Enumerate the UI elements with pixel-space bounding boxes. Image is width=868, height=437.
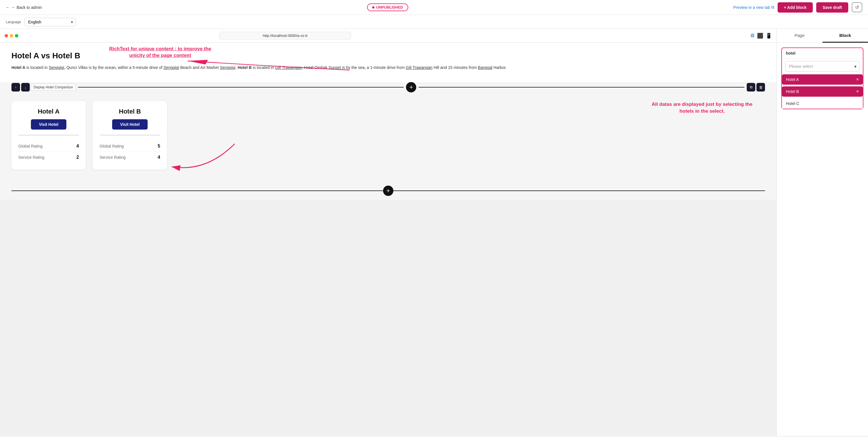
back-arrow-icon: ← — [6, 5, 10, 10]
bottom-line-left — [11, 190, 383, 191]
bottom-add-circle[interactable]: + — [383, 186, 393, 196]
top-bar: ← ← Back to admin UNPUBLISHED Preview in… — [0, 0, 868, 15]
top-center: UNPUBLISHED — [367, 3, 408, 11]
back-to-admin-link[interactable]: ← ← Back to admin — [6, 5, 42, 10]
browser-dot-green — [15, 34, 18, 37]
delete-block-button[interactable]: 🗑 — [756, 83, 765, 92]
tablet-view-icon[interactable]: ⬛ — [757, 33, 763, 39]
service-rating-value-a: 2 — [76, 155, 79, 160]
browser-dot-yellow — [10, 34, 13, 37]
hotel-dropdown-panel: hotel Please select ▾ Hotel A × — [781, 48, 863, 109]
page-description: Hotel A is located in Senggigi, Qunci Vi… — [11, 64, 765, 71]
desktop-view-icon[interactable]: 🖥 — [749, 33, 755, 39]
add-block-button[interactable]: + Add block — [778, 2, 813, 12]
move-down-button[interactable]: ↓ — [21, 83, 30, 92]
preview-link[interactable]: Preview in a new tab ⧉ — [733, 5, 774, 10]
top-right: Preview in a new tab ⧉ + Add block Save … — [733, 2, 862, 12]
language-bar: Language English — [0, 15, 868, 29]
global-rating-value-b: 5 — [158, 144, 160, 149]
visit-hotel-a-button[interactable]: Visit Hotel — [31, 119, 66, 130]
url-bar: http://localhost:3000/a-vs-b — [219, 32, 351, 39]
hotel-tag-a-label: Hotel A — [786, 77, 799, 82]
service-rating-value-b: 4 — [158, 155, 160, 160]
hotel-select[interactable]: Please select — [785, 61, 860, 72]
global-rating-label-b: Global Rating — [99, 144, 124, 149]
block-divider-top: ↑ ↓ Display Hotel Comparison + ⧉ 🗑 — [0, 82, 776, 92]
remove-hotel-a-button[interactable]: × — [856, 77, 859, 82]
global-rating-label-a: Global Rating — [18, 144, 43, 149]
bottom-divider: + — [0, 181, 776, 200]
block-type-label: Display Hotel Comparison — [31, 84, 76, 91]
divider-line-left — [78, 87, 404, 88]
history-button[interactable]: ↺ — [852, 2, 862, 12]
mobile-view-icon[interactable]: 📱 — [766, 33, 772, 39]
block-panel-content: hotel Please select ▾ Hotel A × — [777, 43, 868, 114]
status-text: UNPUBLISHED — [376, 5, 403, 9]
card-divider-b — [99, 135, 160, 135]
hotel-b-global-rating-row: Global Rating 5 — [99, 141, 160, 152]
service-rating-label-a: Service Rating — [18, 155, 44, 160]
visit-hotel-b-button[interactable]: Visit Hotel — [112, 119, 148, 130]
hotel-select-container[interactable]: Please select ▾ — [785, 61, 860, 72]
move-up-button[interactable]: ↑ — [11, 83, 20, 92]
hotel-b-service-rating-row: Service Rating 4 — [99, 152, 160, 163]
language-selector[interactable]: English — [24, 18, 76, 26]
hotel-tag-b-label: Hotel B — [786, 89, 799, 94]
hotel-card-a: Hotel A Visit Hotel Global Rating 4 Serv… — [11, 101, 86, 169]
hotel-a-global-rating-row: Global Rating 4 — [18, 141, 79, 152]
remove-hotel-b-button[interactable]: × — [856, 89, 859, 94]
panel-tabs: Page Block — [777, 29, 868, 43]
hotel-a-service-rating-row: Service Rating 2 — [18, 152, 79, 163]
hotel-select-wrapper: Please select ▾ — [782, 59, 863, 74]
browser-dots — [5, 34, 18, 37]
annotation-container: Hotel A vs Hotel B Hotel A is located in… — [0, 42, 776, 200]
service-rating-label-b: Service Rating — [99, 155, 126, 160]
add-block-circle[interactable]: + — [406, 82, 416, 92]
right-panel: Page Block hotel Please select ▾ — [776, 29, 868, 436]
content-area: http://localhost:3000/a-vs-b 🖥 ⬛ 📱 Hotel… — [0, 29, 776, 436]
browser-chrome: http://localhost:3000/a-vs-b 🖥 ⬛ 📱 — [0, 29, 776, 42]
hotel-field-label: hotel — [782, 48, 863, 59]
hotel-comparison-block: Hotel A Visit Hotel Global Rating 4 Serv… — [0, 92, 776, 181]
bottom-line-right — [393, 190, 765, 191]
back-label: ← Back to admin — [11, 5, 42, 10]
copy-block-button[interactable]: ⧉ — [747, 83, 755, 92]
browser-dot-red — [5, 34, 8, 37]
annotation-richtext: RichText for unique content : to improve… — [103, 45, 217, 59]
block-controls-left: ↑ ↓ Display Hotel Comparison — [11, 83, 76, 92]
main-layout: http://localhost:3000/a-vs-b 🖥 ⬛ 📱 Hotel… — [0, 29, 868, 436]
status-dot — [372, 6, 374, 8]
preview-label: Preview in a new tab — [733, 5, 770, 10]
tab-page[interactable]: Page — [777, 29, 823, 42]
card-divider-a — [18, 135, 79, 135]
divider-line-right — [418, 87, 744, 88]
block-controls-right: ⧉ 🗑 — [747, 83, 765, 92]
hotel-b-name: Hotel B — [99, 108, 160, 115]
annotation-datas: All datas are displayed just by selectin… — [651, 101, 753, 115]
save-draft-button[interactable]: Save draft — [816, 2, 848, 12]
language-label: Language — [6, 20, 21, 24]
view-icons: 🖥 ⬛ 📱 — [749, 33, 772, 39]
hotel-tag-b: Hotel B × — [782, 86, 863, 97]
global-rating-value-a: 4 — [76, 144, 79, 149]
language-select[interactable]: English — [24, 18, 76, 26]
hotel-option-c[interactable]: Hotel C — [782, 98, 863, 109]
hotel-tag-a: Hotel A × — [782, 74, 863, 85]
hotel-a-name: Hotel A — [18, 108, 79, 115]
external-link-icon: ⧉ — [771, 5, 774, 10]
tab-block[interactable]: Block — [823, 29, 868, 42]
unpublished-badge: UNPUBLISHED — [367, 3, 408, 11]
hotel-card-b: Hotel B Visit Hotel Global Rating 5 Serv… — [93, 101, 167, 169]
